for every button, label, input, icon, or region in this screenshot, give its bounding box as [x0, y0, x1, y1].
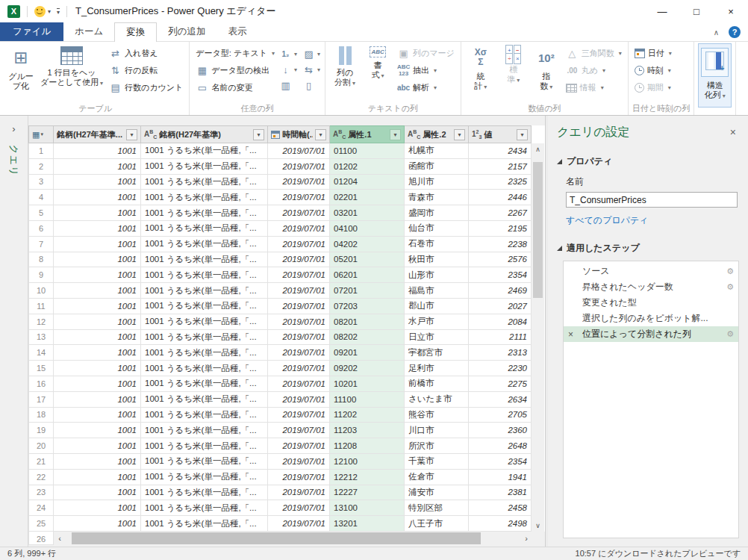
cell-brand-name[interactable]: 1001 うるち米(単一品種,「...	[141, 485, 268, 501]
cell-value[interactable]: 2275	[469, 376, 532, 392]
cell-brand-code[interactable]: 1001	[54, 423, 141, 438]
filter-dropdown-value[interactable]: ▾	[517, 129, 528, 140]
cell-brand-name[interactable]: 1001 うるち米(単一品種,「...	[141, 314, 268, 330]
cell-attribute-2[interactable]: 前橋市	[405, 376, 469, 392]
row-number[interactable]: 14	[28, 345, 54, 361]
cell-brand-name[interactable]: 1001 うるち米(単一品種,「...	[141, 143, 268, 159]
cell-attribute-1[interactable]: 09202	[330, 361, 405, 376]
expand-queries-icon[interactable]: ›	[12, 123, 15, 134]
cell-brand-code[interactable]: 1001	[54, 314, 141, 330]
cell-time-axis[interactable]: 2019/07/01	[268, 299, 330, 314]
cell-brand-code[interactable]: 1001	[54, 237, 141, 252]
filter-dropdown-brand-code[interactable]: ▾	[126, 129, 137, 140]
cell-attribute-2[interactable]: 佐倉市	[405, 470, 469, 485]
cell-value[interactable]: 2084	[469, 314, 532, 330]
row-number[interactable]: 22	[28, 470, 54, 485]
convert-to-list-button[interactable]: ▯	[302, 78, 321, 93]
row-number[interactable]: 19	[28, 423, 54, 438]
table-corner-menu[interactable]: ▦▾	[28, 125, 54, 143]
cell-attribute-1[interactable]: 09201	[330, 345, 405, 361]
detect-data-type-button[interactable]: ▦データ型の検出	[193, 63, 277, 78]
cell-brand-code[interactable]: 1001	[54, 190, 141, 205]
row-number[interactable]: 23	[28, 485, 54, 501]
pivot-column-button[interactable]: ▥	[278, 78, 298, 93]
cell-attribute-1[interactable]: 11100	[330, 392, 405, 408]
cell-time-axis[interactable]: 2019/07/01	[268, 408, 330, 423]
query-name-input[interactable]	[566, 192, 738, 208]
cell-attribute-1[interactable]: 01204	[330, 175, 405, 190]
cell-attribute-2[interactable]: 仙台市	[405, 221, 469, 237]
statistics-button[interactable]: Χσ Σ統 計▾	[465, 43, 496, 103]
cell-attribute-1[interactable]: 12227	[330, 485, 405, 501]
cell-attribute-2[interactable]: 福島市	[405, 283, 469, 299]
smiley-dropdown-icon[interactable]: ▾	[48, 8, 51, 15]
cell-time-axis[interactable]: 2019/07/01	[268, 159, 330, 175]
cell-time-axis[interactable]: 2019/07/01	[268, 205, 330, 221]
applied-steps-section-header[interactable]: 適用したステップ	[557, 242, 739, 255]
cell-value[interactable]: 2354	[469, 267, 532, 283]
cell-brand-code[interactable]: 1001	[54, 438, 141, 454]
replace-values-button[interactable]: 1₂▾	[278, 46, 298, 62]
cell-attribute-1[interactable]: 11202	[330, 408, 405, 423]
row-number[interactable]: 7	[28, 237, 54, 252]
trigonometry-button[interactable]: △三角関数▾	[564, 46, 624, 60]
cell-time-axis[interactable]: 2019/07/01	[268, 470, 330, 485]
row-number[interactable]: 15	[28, 361, 54, 376]
cell-attribute-1[interactable]: 08202	[330, 330, 405, 346]
cell-value[interactable]: 2267	[469, 205, 532, 221]
cell-attribute-1[interactable]: 03201	[330, 205, 405, 221]
tab-add-column[interactable]: 列の追加	[157, 22, 216, 41]
standard-button[interactable]: +−÷×標 準▾	[498, 43, 529, 103]
format-button[interactable]: ABC書 式▾	[362, 43, 393, 103]
row-number[interactable]: 4	[28, 190, 54, 205]
unpivot-columns-button[interactable]: ▨▾	[302, 46, 321, 62]
cell-value[interactable]: 2354	[469, 454, 532, 470]
structured-column-button[interactable]: 構造 化列▾	[698, 43, 732, 108]
tab-file[interactable]: ファイル	[0, 22, 63, 41]
applied-step-split-column-by-position[interactable]: ×位置によって分割された列⚙	[564, 326, 738, 342]
cell-brand-code[interactable]: 1001	[54, 283, 141, 299]
filter-dropdown-brand-name[interactable]: ▾	[253, 129, 264, 140]
cell-brand-code[interactable]: 1001	[54, 500, 141, 516]
cell-brand-name[interactable]: 1001 うるち米(単一品種,「...	[141, 237, 268, 252]
cell-brand-name[interactable]: 1001 うるち米(単一品種,「...	[141, 330, 268, 346]
cell-time-axis[interactable]: 2019/07/01	[268, 423, 330, 438]
cell-value[interactable]: 2446	[469, 190, 532, 205]
filter-dropdown-attribute-1[interactable]: ▾	[390, 129, 401, 140]
cell-attribute-2[interactable]: 千葉市	[405, 454, 469, 470]
data-type-button[interactable]: データ型: テキスト▾	[193, 46, 277, 60]
cell-attribute-2[interactable]: 石巻市	[405, 237, 469, 252]
cell-time-axis[interactable]: 2019/07/01	[268, 438, 330, 454]
all-properties-link[interactable]: すべてのプロパティ	[566, 214, 649, 227]
cell-brand-name[interactable]: 1001 うるち米(単一品種,「...	[141, 438, 268, 454]
cell-time-axis[interactable]: 2019/07/01	[268, 361, 330, 376]
cell-value[interactable]: 1941	[469, 470, 532, 485]
duration-button[interactable]: 期間▾	[632, 81, 674, 95]
cell-value[interactable]: 2498	[469, 516, 532, 532]
step-settings-gear-icon[interactable]: ⚙	[726, 282, 734, 292]
cell-time-axis[interactable]: 2019/07/01	[268, 376, 330, 392]
cell-time-axis[interactable]: 2019/07/01	[268, 175, 330, 190]
cell-time-axis[interactable]: 2019/07/01	[268, 237, 330, 252]
cell-brand-code[interactable]: 1001	[54, 221, 141, 237]
applied-step-promoted-headers[interactable]: 昇格されたヘッダー数⚙	[564, 279, 738, 295]
cell-brand-name[interactable]: 1001 うるち米(単一品種,「...	[141, 175, 268, 190]
cell-brand-code[interactable]: 1001	[54, 361, 141, 376]
cell-value[interactable]: 2111	[469, 330, 532, 346]
cell-brand-name[interactable]: 1001 うるち米(単一品種,「...	[141, 252, 268, 268]
rename-button[interactable]: ▭名前の変更	[193, 81, 277, 95]
applied-step-changed-type[interactable]: 変更された型	[564, 295, 738, 311]
cell-attribute-1[interactable]: 12212	[330, 470, 405, 485]
row-number[interactable]: 9	[28, 267, 54, 283]
tab-home[interactable]: ホーム	[63, 22, 114, 41]
fill-button[interactable]: ↓▾	[278, 62, 298, 78]
cell-attribute-1[interactable]: 13100	[330, 500, 405, 516]
cell-attribute-2[interactable]: 熊谷市	[405, 408, 469, 423]
cell-time-axis[interactable]: 2019/07/01	[268, 314, 330, 330]
cell-attribute-1[interactable]: 06201	[330, 267, 405, 283]
scroll-right-icon[interactable]: ›	[520, 534, 532, 543]
cell-value[interactable]: 2230	[469, 361, 532, 376]
row-number[interactable]: 8	[28, 252, 54, 268]
cell-attribute-2[interactable]: 所沢市	[405, 438, 469, 454]
cell-time-axis[interactable]: 2019/07/01	[268, 267, 330, 283]
